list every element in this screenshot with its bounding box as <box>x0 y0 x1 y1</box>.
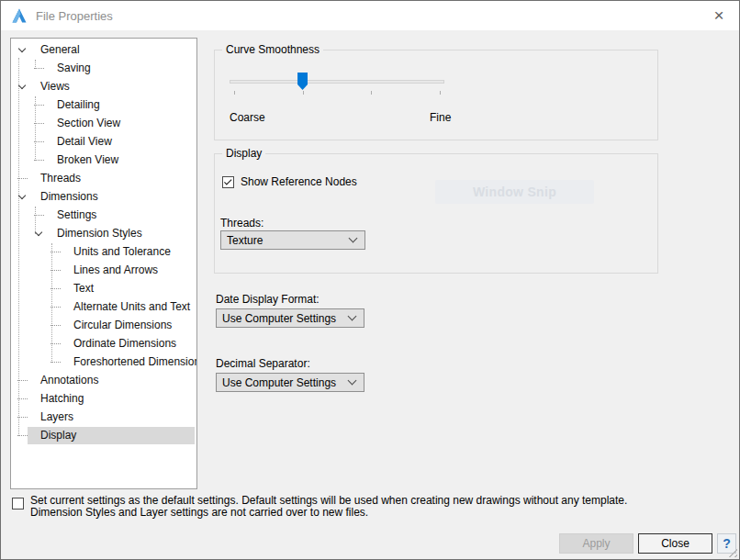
check-icon <box>224 177 231 185</box>
tree-item-label: Hatching <box>39 390 87 408</box>
tree-item-threads[interactable]: Threads <box>11 169 196 187</box>
tree-item-general[interactable]: General <box>11 40 196 59</box>
tree-collapse-chevron-icon[interactable] <box>15 196 39 198</box>
tree-item-label: Layers <box>39 409 77 426</box>
slider-tick <box>371 91 372 95</box>
tree-connector-icon <box>31 215 55 216</box>
slider-tick <box>303 91 304 95</box>
tree-item-dimension-styles[interactable]: Dimension Styles <box>11 224 196 242</box>
slider-fine-label: Fine <box>430 111 451 124</box>
snip-ghost-overlay: Window Snip <box>435 180 594 204</box>
tree-item-settings[interactable]: Settings <box>11 206 196 224</box>
decimal-separator-value: Use Computer Settings <box>222 376 349 389</box>
tree-item-lines-and-arrows[interactable]: Lines and Arrows <box>11 261 196 279</box>
chevron-down-icon <box>348 312 357 321</box>
decimal-separator-dropdown[interactable]: Use Computer Settings <box>216 373 364 392</box>
display-group-label: Display <box>222 147 265 160</box>
tree-item-label: Detail View <box>55 133 116 151</box>
settings-tree-panel: GeneralSavingViewsDetailingSection ViewD… <box>10 38 197 489</box>
tree-item-label: Detailing <box>55 96 104 114</box>
tree-item-alternate-units-and-text[interactable]: Alternate Units and Text <box>11 297 196 316</box>
set-default-settings-checkbox[interactable] <box>12 498 24 510</box>
tree-connector-icon <box>15 380 39 381</box>
tree-item-label: Dimension Styles <box>55 225 146 242</box>
tree-item-label: Units and Tolerance <box>72 243 174 261</box>
tree-connector-icon <box>48 325 72 326</box>
set-default-settings-line2: Dimension Styles and Layer settings are … <box>30 507 664 519</box>
checkbox-box[interactable] <box>12 498 24 510</box>
tree-item-label: Lines and Arrows <box>72 262 162 279</box>
tree-item-label: Circular Dimensions <box>72 317 175 334</box>
chevron-down-icon <box>348 376 357 386</box>
tree-item-text[interactable]: Text <box>11 279 196 297</box>
tree-item-label: Settings <box>55 207 100 224</box>
tree-item-broken-view[interactable]: Broken View <box>11 151 196 169</box>
tree-item-section-view[interactable]: Section View <box>11 114 196 132</box>
display-group: Display Show Reference Nodes Window Snip… <box>214 153 658 274</box>
tree-connector-icon <box>15 417 39 418</box>
show-reference-nodes-checkbox[interactable]: Show Reference Nodes <box>222 175 357 188</box>
window-title: File Properties <box>36 9 113 23</box>
tree-item-units-and-tolerance[interactable]: Units and Tolerance <box>11 242 196 261</box>
curve-smoothness-group: Curve Smoothness Coarse Fine <box>214 50 658 140</box>
tree-item-label: Section View <box>55 115 124 132</box>
tree-item-label: Broken View <box>55 151 122 169</box>
tree-connector-icon <box>31 160 55 161</box>
tree: GeneralSavingViewsDetailingSection ViewD… <box>11 40 196 444</box>
close-button[interactable]: Close <box>638 533 712 554</box>
slider-tick <box>234 91 235 95</box>
tree-item-label: Foreshortened Dimensions <box>72 353 197 371</box>
date-display-format-label: Date Display Format: <box>216 293 320 306</box>
tree-item-layers[interactable]: Layers <box>11 408 196 426</box>
curve-smoothness-slider-thumb[interactable] <box>297 73 308 90</box>
tree-item-detailing[interactable]: Detailing <box>11 95 196 114</box>
slider-coarse-label: Coarse <box>230 111 265 124</box>
curve-smoothness-group-label: Curve Smoothness <box>222 43 323 56</box>
date-display-format-dropdown[interactable]: Use Computer Settings <box>216 308 364 328</box>
set-default-settings-text: Set current settings as the default sett… <box>30 495 664 519</box>
tree-item-detail-view[interactable]: Detail View <box>11 132 196 151</box>
tree-connector-icon <box>15 178 39 179</box>
tree-item-views[interactable]: Views <box>11 77 196 95</box>
tree-item-circular-dimensions[interactable]: Circular Dimensions <box>11 316 196 334</box>
tree-item-label: Ordinate Dimensions <box>72 335 180 353</box>
threads-dropdown-value: Texture <box>227 234 350 247</box>
tree-item-label: Text <box>72 280 97 297</box>
file-properties-dialog: File Properties × GeneralSavingViewsDeta… <box>0 0 740 560</box>
threads-dropdown[interactable]: Texture <box>220 230 365 250</box>
tree-item-saving[interactable]: Saving <box>11 59 196 77</box>
threads-label: Threads: <box>220 217 263 230</box>
title-bar: File Properties × <box>1 1 739 30</box>
chevron-down-icon <box>349 234 358 243</box>
tree-item-label: Annotations <box>39 372 102 389</box>
date-display-format-value: Use Computer Settings <box>222 312 349 325</box>
tree-item-label: Alternate Units and Text <box>72 298 194 316</box>
tree-item-label: Dimensions <box>39 188 102 206</box>
tree-item-ordinate-dimensions[interactable]: Ordinate Dimensions <box>11 334 196 353</box>
tree-connector-icon <box>48 252 72 252</box>
tree-item-dimensions[interactable]: Dimensions <box>11 187 196 206</box>
tree-connector-icon <box>31 123 55 124</box>
checkbox-box[interactable] <box>222 176 234 188</box>
tree-item-hatching[interactable]: Hatching <box>11 389 196 408</box>
tree-item-label: Saving <box>55 60 95 77</box>
show-reference-nodes-label: Show Reference Nodes <box>241 175 357 188</box>
tree-item-display[interactable]: Display <box>11 426 196 444</box>
apply-button[interactable]: Apply <box>559 533 633 554</box>
tree-connector-icon <box>48 343 72 344</box>
tree-connector-icon <box>48 288 72 289</box>
close-icon[interactable]: × <box>704 3 734 28</box>
decimal-separator-label: Decimal Separator: <box>216 357 310 370</box>
tree-item-foreshortened-dimensions[interactable]: Foreshortened Dimensions <box>11 353 196 371</box>
tree-collapse-chevron-icon[interactable] <box>15 85 39 88</box>
tree-item-label: Threads <box>39 170 84 187</box>
slider-tick <box>440 91 441 95</box>
tree-collapse-chevron-icon[interactable] <box>31 232 55 235</box>
tree-item-label: Display <box>28 427 195 444</box>
curve-smoothness-slider-track[interactable] <box>230 80 444 84</box>
tree-connector-icon <box>48 362 72 363</box>
tree-connector-icon <box>48 270 72 271</box>
tree-collapse-chevron-icon[interactable] <box>15 49 39 51</box>
tree-connector-icon <box>15 398 39 399</box>
tree-item-annotations[interactable]: Annotations <box>11 371 196 389</box>
